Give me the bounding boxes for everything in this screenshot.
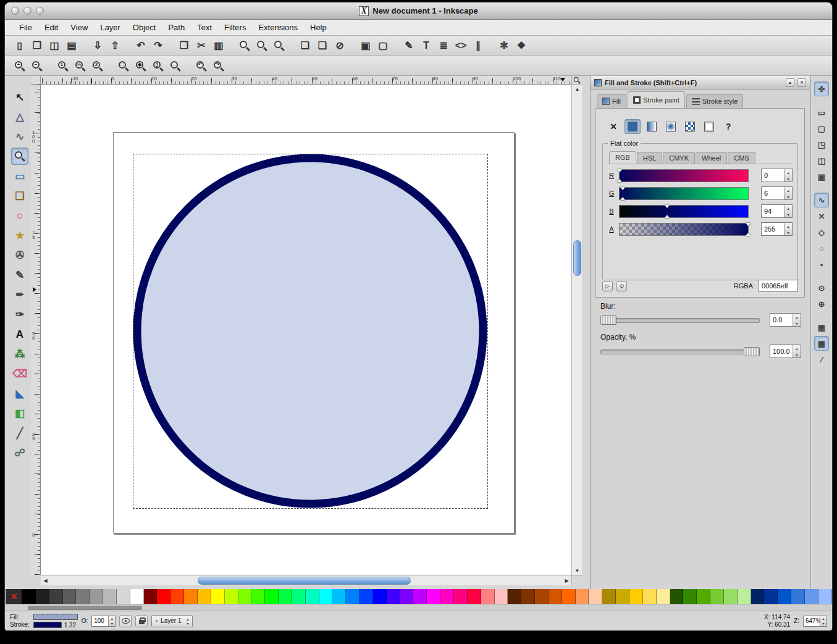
snap-nodes-button[interactable]: ∿ xyxy=(814,193,829,207)
palette-swatch[interactable] xyxy=(427,589,440,604)
titlebar[interactable]: X New document 1 - Inkscape xyxy=(5,2,832,20)
palette-swatch[interactable] xyxy=(481,589,495,604)
vertical-scroll-thumb[interactable] xyxy=(573,240,581,276)
spin-arrows[interactable]: ▴▾ xyxy=(820,616,826,626)
fill-indicator[interactable] xyxy=(33,614,78,620)
zoom-to-drawing-button[interactable] xyxy=(254,38,270,54)
snap-rotation-centers-button[interactable]: ⊕ xyxy=(814,296,829,311)
palette-scroll-thumb[interactable] xyxy=(28,606,142,610)
palette-scrollbar[interactable] xyxy=(5,604,832,611)
color-tab-cmyk[interactable]: CMYK xyxy=(663,152,695,164)
duplicate-button[interactable]: ❏ xyxy=(297,38,313,54)
snap-grid-button[interactable]: ▩ xyxy=(814,336,829,351)
palette-swatch[interactable] xyxy=(562,589,576,604)
palette-swatch[interactable] xyxy=(440,589,454,604)
snap-bbox-edges-button[interactable]: ▢ xyxy=(814,121,829,136)
scroll-up-arrow[interactable]: ▲ xyxy=(573,85,582,93)
menu-filters[interactable]: Filters xyxy=(219,21,251,34)
zoom-window-button[interactable] xyxy=(36,7,44,15)
ungroup-button[interactable]: ▢ xyxy=(375,38,391,54)
eraser-tool[interactable]: ⌫ xyxy=(11,365,28,382)
menu-view[interactable]: View xyxy=(65,21,93,34)
palette-swatch[interactable] xyxy=(589,589,602,604)
vertical-ruler[interactable]: 1 0 07 55 02 50 xyxy=(31,85,41,575)
node-tool[interactable]: △ xyxy=(11,108,28,125)
snap-bbox-centers-button[interactable]: ▣ xyxy=(814,169,829,184)
blur-spinbox[interactable]: 0.0▴▾ xyxy=(770,313,801,327)
palette-swatch[interactable] xyxy=(225,589,238,604)
zoom-selection-button[interactable]: □ xyxy=(116,58,132,74)
text-dialog-button[interactable]: T xyxy=(418,38,434,54)
palette-swatch[interactable] xyxy=(683,589,697,604)
palette-swatch[interactable] xyxy=(616,589,629,604)
scroll-left-arrow[interactable]: ◀ xyxy=(41,576,50,585)
unlink-clone-button[interactable]: ⊘ xyxy=(332,38,348,54)
unknown-paint-button[interactable]: ? xyxy=(720,119,736,134)
layer-selector[interactable]: ▪ Layer 1 ▴▾ xyxy=(151,615,193,627)
menu-text[interactable]: Text xyxy=(191,21,217,34)
palette-swatch[interactable] xyxy=(49,589,63,604)
snap-path-intersections-button[interactable]: ✕ xyxy=(814,209,829,224)
palette-swatch[interactable] xyxy=(279,589,292,604)
palette-swatch[interactable] xyxy=(508,589,521,604)
color-tab-cms[interactable]: CMS xyxy=(728,152,755,164)
snap-cusp-nodes-button[interactable]: ◇ xyxy=(814,225,829,240)
zoom-next-button[interactable]: ↷ xyxy=(211,58,227,74)
tab-stroke-style[interactable]: Stroke style xyxy=(686,94,743,108)
palette-swatch[interactable] xyxy=(400,589,414,604)
spin-arrows[interactable]: ▴▾ xyxy=(784,223,792,235)
linear-gradient-button[interactable] xyxy=(644,119,660,134)
spin-arrows[interactable]: ▴▾ xyxy=(784,169,792,182)
palette-swatch[interactable] xyxy=(697,589,710,604)
no-paint-button[interactable]: ✕ xyxy=(605,119,621,134)
calligraphy-tool[interactable]: ✑ xyxy=(11,306,28,323)
palette-swatch[interactable] xyxy=(360,589,373,604)
palette-swatch[interactable] xyxy=(170,589,184,604)
spin-arrows[interactable]: ▴▾ xyxy=(793,314,801,326)
palette-swatch[interactable] xyxy=(63,589,77,604)
palette-swatch[interactable] xyxy=(346,589,360,604)
green-slider[interactable] xyxy=(619,187,749,200)
scroll-down-arrow[interactable]: ▼ xyxy=(573,566,582,575)
palette-swatch[interactable] xyxy=(184,589,198,604)
palette-swatch[interactable] xyxy=(738,589,751,604)
palette-swatch[interactable] xyxy=(251,589,265,604)
red-spinbox[interactable]: 0▴▾ xyxy=(761,169,793,182)
zoom-drawing-button[interactable]: ◆ xyxy=(133,58,149,74)
palette-swatch[interactable] xyxy=(818,589,832,604)
tab-stroke-paint[interactable]: Stroke paint xyxy=(628,91,685,108)
palette-swatch[interactable] xyxy=(602,589,616,604)
palette-swatch[interactable] xyxy=(211,589,225,604)
layers-dialog-button[interactable]: ≣ xyxy=(435,38,452,54)
paste-button[interactable]: ▥ xyxy=(211,38,227,54)
menu-help[interactable]: Help xyxy=(305,21,332,34)
palette-swatch[interactable] xyxy=(535,589,549,604)
green-slider-marker[interactable] xyxy=(620,188,625,199)
close-window-button[interactable] xyxy=(11,7,19,15)
menu-extensions[interactable]: Extensions xyxy=(253,21,303,34)
document-properties-button[interactable]: ❖ xyxy=(513,38,529,54)
zoom-in-button[interactable]: + xyxy=(12,58,28,74)
preferences-button[interactable]: ✻ xyxy=(496,38,512,54)
palette-swatch[interactable] xyxy=(332,589,346,604)
rectangle-tool[interactable]: ▭ xyxy=(11,167,28,185)
zoom-tool[interactable] xyxy=(11,148,28,165)
spray-tool[interactable]: ⁂ xyxy=(11,345,28,362)
minimize-window-button[interactable] xyxy=(23,7,32,15)
swatch-button[interactable] xyxy=(701,119,717,134)
palette-swatch[interactable] xyxy=(117,589,130,604)
palette-swatch[interactable] xyxy=(576,589,589,604)
blue-slider[interactable] xyxy=(619,205,749,218)
palette-swatch[interactable] xyxy=(724,589,738,604)
palette-swatch[interactable] xyxy=(778,589,791,604)
pattern-button[interactable] xyxy=(682,119,698,134)
selector-tool[interactable]: ↖ xyxy=(11,88,28,106)
palette-swatch[interactable] xyxy=(549,589,562,604)
menu-object[interactable]: Object xyxy=(127,21,162,34)
palette-swatch[interactable] xyxy=(495,589,508,604)
snap-smooth-nodes-button[interactable]: ○ xyxy=(814,241,829,256)
ellipse-tool[interactable]: ○ xyxy=(11,207,28,224)
scroll-right-arrow[interactable]: ▶ xyxy=(562,576,571,585)
palette-swatch[interactable] xyxy=(373,589,387,604)
palette-swatch[interactable] xyxy=(306,589,319,604)
